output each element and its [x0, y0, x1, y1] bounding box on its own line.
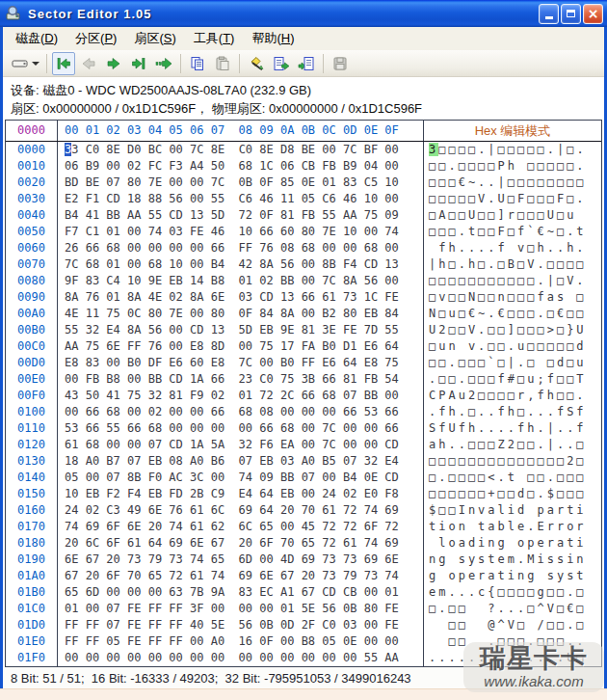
menu-item-tools[interactable]: 工具(T) [185, 28, 244, 49]
row-ascii-text[interactable]: □□□□□□□□□□□□□□2□ [424, 453, 601, 470]
hex-row-0050[interactable]: 0050F7 C1 01 00 74 03 FE 46 10 66 60 80 … [6, 224, 601, 240]
row-ascii-text[interactable]: g operating syst [424, 568, 601, 584]
hex-row-00E0[interactable]: 00E000 FB B8 00 BB CD 1A 66 23 C0 75 3B … [6, 371, 601, 388]
row-hex-bytes[interactable]: FF FF 07 FE FF FF 40 5E 56 0B 0D 2F C0 0… [58, 617, 424, 633]
row-ascii-text[interactable]: □□ @^V□ /□□.□ [424, 617, 601, 633]
hex-row-0160[interactable]: 016024 02 C3 49 6E 76 61 6C 69 64 20 70 … [6, 502, 601, 519]
row-hex-bytes[interactable]: 10 EB F2 F4 EB FD 2B C9 E4 64 EB 00 24 0… [58, 486, 424, 502]
row-ascii-text[interactable]: U2□□V.□□]□□□>□}U [424, 322, 601, 338]
row-hex-bytes[interactable]: 26 66 68 00 00 00 00 66 FF 76 08 68 00 0… [58, 240, 424, 256]
hex-row-0010[interactable]: 001006 B9 00 02 FC F3 A4 50 68 1C 06 CB … [6, 158, 601, 175]
row-hex-bytes[interactable]: 7C 68 01 00 68 10 00 B4 42 8A 56 00 8B F… [58, 256, 424, 273]
row-hex-bytes[interactable]: BD BE 07 80 7E 00 00 7C 0B 0F 85 0E 01 8… [58, 175, 424, 191]
row-ascii-text[interactable]: em...c{□□□□g□□.□ [424, 584, 601, 601]
hex-row-00B0[interactable]: 00B055 32 E4 8A 56 00 CD 13 5D EB 9E 81 … [6, 322, 601, 338]
close-button[interactable]: × [583, 4, 603, 24]
hex-row-01A0[interactable]: 01A067 20 6F 70 65 72 61 74 69 6E 67 20 … [6, 568, 601, 584]
hex-row-0120[interactable]: 012061 68 00 00 07 CD 1A 5A 32 F6 EA 00 … [6, 437, 601, 453]
copy-button[interactable] [186, 52, 209, 75]
row-hex-bytes[interactable]: 61 68 00 00 07 CD 1A 5A 32 F6 EA 00 7C 0… [58, 437, 424, 453]
next-sector-button[interactable] [102, 52, 125, 75]
minimize-button[interactable] [539, 4, 559, 24]
hex-row-0080[interactable]: 00809F 83 C4 10 9E EB 14 B8 01 02 BB 00 … [6, 273, 601, 289]
row-ascii-text[interactable]: |h□.h□.□B□V.□□□□ [424, 256, 601, 273]
hex-row-00A0[interactable]: 00A04E 11 75 0C 80 7E 00 80 0F 84 8A 00 … [6, 306, 601, 322]
row-hex-bytes[interactable]: B4 41 BB AA 55 CD 13 5D 72 0F 81 FB 55 A… [58, 207, 424, 224]
row-hex-bytes[interactable]: 01 00 07 FE FF FF 3F 00 00 00 01 5E 56 0… [58, 601, 424, 617]
hex-row-01C0[interactable]: 01C001 00 07 FE FF FF 3F 00 00 00 01 5E … [6, 601, 601, 617]
row-hex-bytes[interactable]: 06 B9 00 02 FC F3 A4 50 68 1C 06 CB FB B… [58, 158, 424, 175]
row-hex-bytes[interactable]: AA 75 6E FF 76 00 E8 8D 00 75 17 FA B0 D… [58, 338, 424, 355]
hex-row-01B0[interactable]: 01B065 6D 00 00 00 63 7B 9A 83 EC A1 67 … [6, 584, 601, 601]
row-hex-bytes[interactable]: 67 20 6F 70 65 72 61 74 69 6E 67 20 73 7… [58, 568, 424, 584]
row-ascii-text[interactable]: N□u□€~.€□□□.□€□□ [424, 306, 601, 322]
hex-row-00D0[interactable]: 00D0E8 83 00 B0 DF E6 60 E8 7C 00 B0 FF … [6, 355, 601, 371]
hex-row-0020[interactable]: 0020BD BE 07 80 7E 00 00 7C 0B 0F 85 0E … [6, 175, 601, 191]
hex-row-0150[interactable]: 015010 EB F2 F4 EB FD 2B C9 E4 64 EB 00 … [6, 486, 601, 502]
row-hex-bytes[interactable]: 20 6C 6F 61 64 69 6E 67 20 6F 70 65 72 6… [58, 535, 424, 552]
row-hex-bytes[interactable]: 00 FB B8 00 BB CD 1A 66 23 C0 75 3B 66 8… [58, 371, 424, 388]
row-hex-bytes[interactable]: 33 C0 8E D0 BC 00 7C 8E C0 8E D8 BE 00 7… [58, 142, 424, 158]
row-ascii-text[interactable]: □v□□N□□n□□□fas □ [424, 289, 601, 306]
import-button[interactable] [295, 52, 318, 75]
export-button[interactable] [270, 52, 293, 75]
row-hex-bytes[interactable]: 05 00 07 8B F0 AC 3C 00 74 09 BB 07 00 B… [58, 470, 424, 486]
row-ascii-text[interactable]: tion table.Error [424, 519, 601, 535]
row-ascii-text[interactable]: .□□.□□□f#□u;f□□T [424, 371, 601, 388]
row-ascii-text[interactable]: $□□Invalid parti [424, 502, 601, 519]
row-ascii-text[interactable]: SfUfh....fh.|..f [424, 420, 601, 437]
hex-row-0070[interactable]: 00707C 68 01 00 68 10 00 B4 42 8A 56 00 … [6, 256, 601, 273]
hex-row-0130[interactable]: 013018 A0 B7 07 EB 08 A0 B6 07 EB 03 A0 … [6, 453, 601, 470]
row-ascii-text[interactable]: □□.□□□`□|.□ □d□u [424, 355, 601, 371]
row-ascii-text[interactable]: □.□□ ?...□^V□€□ [424, 601, 601, 617]
row-ascii-text[interactable]: □□.□□□□Ph □□□□□. [424, 158, 601, 175]
row-hex-bytes[interactable]: 00 66 68 00 02 00 00 66 68 08 00 00 00 6… [58, 404, 424, 420]
row-ascii-text[interactable]: ah..□□□Z2□□.|..□ [424, 437, 601, 453]
row-hex-bytes[interactable]: 43 50 41 75 32 81 F9 02 01 72 2C 66 68 0… [58, 388, 424, 404]
row-ascii-text[interactable]: □□□□□V.U□F□□□F□. [424, 191, 601, 207]
row-hex-bytes[interactable]: E8 83 00 B0 DF E6 60 E8 7C 00 B0 FF E6 6… [58, 355, 424, 371]
row-ascii-text[interactable]: .fh.□..fh□...fSf [424, 404, 601, 420]
hex-row-0140[interactable]: 014005 00 07 8B F0 AC 3C 00 74 09 BB 07 … [6, 470, 601, 486]
menu-item-help[interactable]: 帮助(H) [243, 28, 303, 49]
menu-item-sector[interactable]: 扇区(S) [125, 28, 184, 49]
selected-hex-nibble[interactable]: 3 [65, 143, 71, 156]
hex-row-0180[interactable]: 018020 6C 6F 61 64 69 6E 67 20 6F 70 65 … [6, 535, 601, 552]
row-hex-bytes[interactable]: 74 69 6F 6E 20 74 61 62 6C 65 00 45 72 7… [58, 519, 424, 535]
prev-sector-button[interactable] [77, 52, 100, 75]
row-hex-bytes[interactable]: 55 32 E4 8A 56 00 CD 13 5D EB 9E 81 3E F… [58, 322, 424, 338]
goto-sector-button[interactable] [152, 52, 175, 75]
menu-item-partition[interactable]: 分区(P) [66, 28, 125, 49]
paste-button[interactable] [211, 52, 234, 75]
row-ascii-text[interactable]: □un v.□□.u□□□□□d [424, 338, 601, 355]
row-ascii-text[interactable]: fh....f v□h..h. [424, 240, 601, 256]
row-hex-bytes[interactable]: 18 A0 B7 07 EB 08 A0 B6 07 EB 03 A0 B5 0… [58, 453, 424, 470]
hex-row-01D0[interactable]: 01D0FF FF 07 FE FF FF 40 5E 56 0B 0D 2F … [6, 617, 601, 633]
row-ascii-text[interactable]: □□□.t□□F□f`€~□.t [424, 224, 601, 240]
row-ascii-text[interactable]: loading operati [424, 535, 601, 552]
fill-button[interactable] [245, 52, 268, 75]
row-hex-bytes[interactable]: 00 00 00 00 00 00 00 00 00 00 00 00 00 0… [58, 650, 424, 666]
row-ascii-text[interactable]: CPAu2□□□□r,fh□□. [424, 388, 601, 404]
row-hex-bytes[interactable]: 65 6D 00 00 00 63 7B 9A 83 EC A1 67 CD C… [58, 584, 424, 601]
hex-row-0170[interactable]: 017074 69 6F 6E 20 74 61 62 6C 65 00 45 … [6, 519, 601, 535]
last-sector-button[interactable] [127, 52, 150, 75]
menu-item-disk[interactable]: 磁盘(D) [7, 28, 66, 49]
hex-row-0000[interactable]: 000033 C0 8E D0 BC 00 7C 8E C0 8E D8 BE … [6, 142, 601, 158]
row-ascii-text[interactable]: □□□□□□+□□d□.$□□□ [424, 486, 601, 502]
hex-row-0190[interactable]: 01906E 67 20 73 79 73 74 65 6D 00 4D 69 … [6, 552, 601, 568]
hex-row-0100[interactable]: 010000 66 68 00 02 00 00 66 68 08 00 00 … [6, 404, 601, 420]
row-hex-bytes[interactable]: F7 C1 01 00 74 03 FE 46 10 66 60 80 7E 1… [58, 224, 424, 240]
hex-row-0030[interactable]: 0030E2 F1 CD 18 88 56 00 55 C6 46 11 05 … [6, 191, 601, 207]
hex-row-0090[interactable]: 00908A 76 01 8A 4E 02 8A 6E 03 CD 13 66 … [6, 289, 601, 306]
hex-row-00F0[interactable]: 00F043 50 41 75 32 81 F9 02 01 72 2C 66 … [6, 388, 601, 404]
row-hex-bytes[interactable]: 9F 83 C4 10 9E EB 14 B8 01 02 BB 00 7C 8… [58, 273, 424, 289]
row-hex-bytes[interactable]: E2 F1 CD 18 88 56 00 55 C6 46 11 05 C6 4… [58, 191, 424, 207]
maximize-button[interactable] [561, 4, 581, 24]
hex-row-0040[interactable]: 0040B4 41 BB AA 55 CD 13 5D 72 0F 81 FB … [6, 207, 601, 224]
selected-ascii-char[interactable]: 3 [429, 143, 438, 156]
save-button[interactable] [329, 52, 352, 75]
row-hex-bytes[interactable]: 4E 11 75 0C 80 7E 00 80 0F 84 8A 00 B2 8… [58, 306, 424, 322]
hex-row-0060[interactable]: 006026 66 68 00 00 00 00 66 FF 76 08 68 … [6, 240, 601, 256]
row-hex-bytes[interactable]: 6E 67 20 73 79 73 74 65 6D 00 4D 69 73 7… [58, 552, 424, 568]
